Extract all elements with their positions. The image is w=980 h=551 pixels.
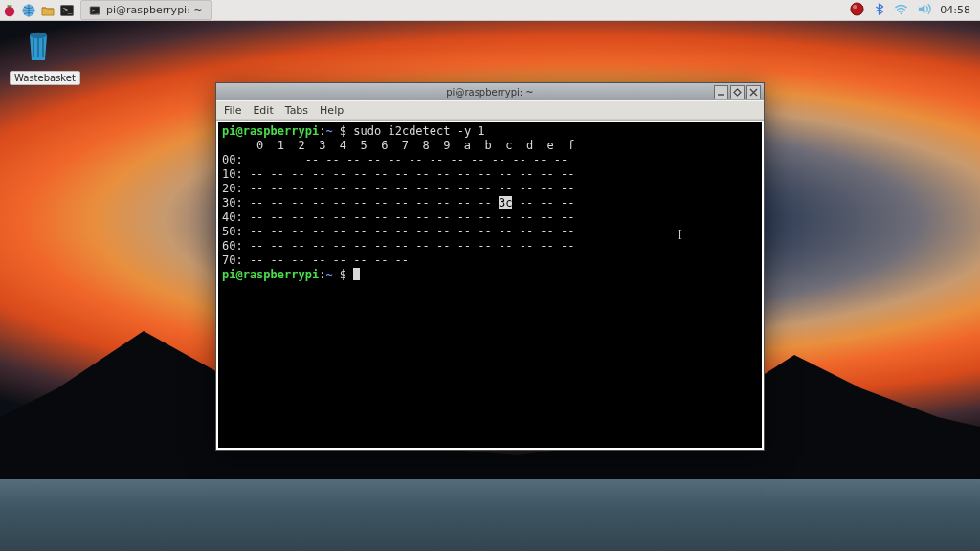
- terminal-content[interactable]: pi@raspberrypi:~ $ sudo i2cdetect -y 1 0…: [218, 122, 762, 448]
- svg-point-7: [853, 5, 857, 9]
- window-close-button[interactable]: [746, 85, 761, 99]
- svg-text:>_: >_: [92, 6, 100, 13]
- taskbar: >_ >_ pi@raspberrypi: ~ 04:58: [0, 0, 980, 21]
- launcher-tray: >_: [0, 0, 77, 20]
- svg-point-8: [901, 12, 902, 14]
- wallpaper-water: [0, 479, 980, 551]
- record-indicator-icon[interactable]: [850, 2, 864, 19]
- menu-help[interactable]: Help: [320, 104, 344, 117]
- svg-point-9: [30, 33, 47, 38]
- menu-edit[interactable]: Edit: [253, 104, 273, 117]
- window-menubar: File Edit Tabs Help: [216, 100, 764, 120]
- menu-raspberry-icon[interactable]: [0, 0, 19, 20]
- svg-text:>_: >_: [63, 6, 73, 14]
- window-maximize-button[interactable]: [730, 85, 745, 99]
- svg-point-0: [5, 6, 14, 15]
- menu-tabs[interactable]: Tabs: [285, 104, 308, 117]
- window-titlebar[interactable]: pi@raspberrypi: ~: [216, 83, 764, 100]
- wastebasket-icon: [22, 27, 55, 65]
- terminal-icon: >_: [89, 5, 100, 16]
- terminal-launcher-icon[interactable]: >_: [57, 0, 77, 20]
- window-title: pi@raspberrypi: ~: [446, 87, 533, 98]
- volume-icon[interactable]: [917, 2, 931, 19]
- file-manager-icon[interactable]: [38, 0, 57, 20]
- terminal-window: pi@raspberrypi: ~ File Edit Tabs Help pi…: [215, 82, 765, 451]
- taskbar-item-terminal[interactable]: >_ pi@raspberrypi: ~: [80, 0, 212, 20]
- desktop-icon-label: Wastebasket: [10, 71, 80, 85]
- taskbar-item-label: pi@raspberrypi: ~: [106, 4, 203, 16]
- clock[interactable]: 04:58: [940, 4, 970, 16]
- minimize-icon: [717, 88, 725, 97]
- system-tray: 04:58: [850, 0, 980, 20]
- web-browser-icon[interactable]: [19, 0, 38, 20]
- bluetooth-icon[interactable]: [873, 3, 885, 18]
- maximize-icon: [733, 88, 742, 97]
- desktop-icon-wastebasket[interactable]: Wastebasket: [10, 27, 67, 85]
- close-icon: [749, 88, 758, 97]
- svg-point-6: [851, 2, 863, 14]
- wifi-icon[interactable]: [894, 2, 908, 19]
- menu-file[interactable]: File: [224, 104, 241, 117]
- window-minimize-button[interactable]: [714, 85, 728, 99]
